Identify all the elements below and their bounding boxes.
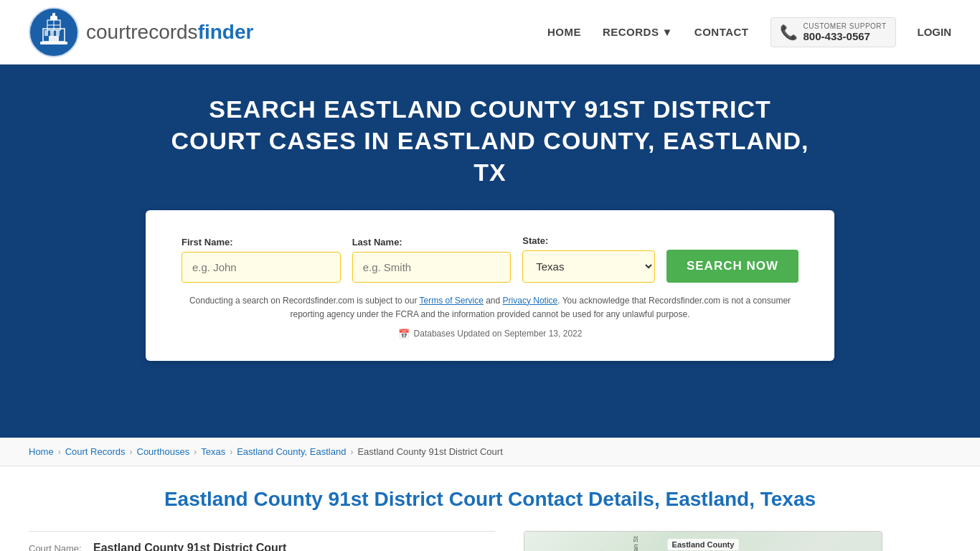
calendar-icon: 📅 xyxy=(398,329,410,339)
last-name-label: Last Name: xyxy=(352,237,512,248)
court-name-value: Eastland County 91st District Court xyxy=(93,542,286,551)
breadcrumb-sep-3: › xyxy=(194,447,197,457)
nav-contact[interactable]: CONTACT xyxy=(694,26,749,38)
breadcrumb-texas[interactable]: Texas xyxy=(201,446,225,457)
svg-rect-6 xyxy=(56,30,60,36)
privacy-link[interactable]: Privacy Notice xyxy=(503,296,558,306)
search-fields-row: First Name: Last Name: State: Texas Alab… xyxy=(182,235,798,283)
site-header: courtrecordsfinder HOME RECORDS ▼ CONTAC… xyxy=(0,0,980,65)
search-card: First Name: Last Name: State: Texas Alab… xyxy=(146,210,834,361)
state-group: State: Texas AlabamaAlaskaArizonaArkansa… xyxy=(522,235,655,283)
logo-text: courtrecordsfinder xyxy=(86,21,253,44)
map-county-label: Eastland County xyxy=(668,539,739,550)
map-placeholder: Eastland County 32°24'05.0"N 98°49'06...… xyxy=(524,531,882,551)
first-name-group: First Name: xyxy=(182,237,341,283)
breadcrumb-sep-4: › xyxy=(230,447,232,457)
svg-rect-7 xyxy=(49,36,59,42)
breadcrumb-eastland-county[interactable]: Eastland County, Eastland xyxy=(237,446,346,457)
nav-records[interactable]: RECORDS ▼ xyxy=(603,26,673,38)
main-content: Eastland County 91st District Court Cont… xyxy=(0,466,980,551)
breadcrumb: Home › Court Records › Courthouses › Tex… xyxy=(0,438,980,466)
page-heading: Eastland County 91st District Court Cont… xyxy=(29,488,951,511)
breadcrumb-sep-2: › xyxy=(130,447,133,457)
svg-rect-4 xyxy=(44,30,48,36)
state-label: State: xyxy=(522,235,655,246)
tos-link[interactable]: Terms of Service xyxy=(420,296,484,306)
detail-map-row: Court Name: Eastland County 91st Distric… xyxy=(29,531,951,551)
logo[interactable]: courtrecordsfinder xyxy=(29,7,253,57)
first-name-label: First Name: xyxy=(182,237,341,248)
login-button[interactable]: LOGIN xyxy=(918,26,952,38)
logo-icon xyxy=(29,7,79,57)
street-seaman: N Seaman St xyxy=(632,536,639,551)
breadcrumb-courthouses[interactable]: Courthouses xyxy=(137,446,190,457)
map-section: Eastland County 32°24'05.0"N 98°49'06...… xyxy=(524,531,882,551)
detail-section: Court Name: Eastland County 91st Distric… xyxy=(29,531,495,551)
svg-rect-8 xyxy=(40,42,67,44)
chevron-down-icon: ▼ xyxy=(661,26,672,38)
search-button[interactable]: SEARCH NOW xyxy=(666,250,798,283)
state-select[interactable]: Texas AlabamaAlaskaArizonaArkansas Calif… xyxy=(522,250,655,283)
disclaimer-text: Conducting a search on Recordsfinder.com… xyxy=(182,294,798,321)
breadcrumb-home[interactable]: Home xyxy=(29,446,54,457)
breadcrumb-sep-5: › xyxy=(350,447,353,457)
support-number: 800-433-0567 xyxy=(804,30,887,42)
headphone-icon: 📞 xyxy=(780,24,798,41)
db-updated: 📅 Databases Updated on September 13, 202… xyxy=(182,329,798,339)
hero-title: SEARCH EASTLAND COUNTY 91ST DISTRICT COU… xyxy=(167,93,813,189)
breadcrumb-current: Eastland County 91st District Court xyxy=(357,446,502,457)
main-nav: HOME RECORDS ▼ CONTACT 📞 CUSTOMER SUPPOR… xyxy=(547,17,951,47)
support-label: CUSTOMER SUPPORT xyxy=(804,22,887,30)
last-name-input[interactable] xyxy=(352,252,512,283)
court-name-row: Court Name: Eastland County 91st Distric… xyxy=(29,531,495,551)
first-name-input[interactable] xyxy=(182,252,341,283)
court-name-label: Court Name: xyxy=(29,543,86,551)
breadcrumb-court-records[interactable]: Court Records xyxy=(65,446,126,457)
last-name-group: Last Name: xyxy=(352,237,512,283)
svg-rect-5 xyxy=(50,30,54,36)
breadcrumb-sep-1: › xyxy=(58,447,61,457)
hero-section: SEARCH EASTLAND COUNTY 91ST DISTRICT COU… xyxy=(0,65,980,438)
map-inner: Eastland County 32°24'05.0"N 98°49'06...… xyxy=(524,532,882,551)
svg-rect-2 xyxy=(52,13,55,17)
nav-home[interactable]: HOME xyxy=(547,26,581,38)
support-box[interactable]: 📞 CUSTOMER SUPPORT 800-433-0567 xyxy=(771,17,896,47)
